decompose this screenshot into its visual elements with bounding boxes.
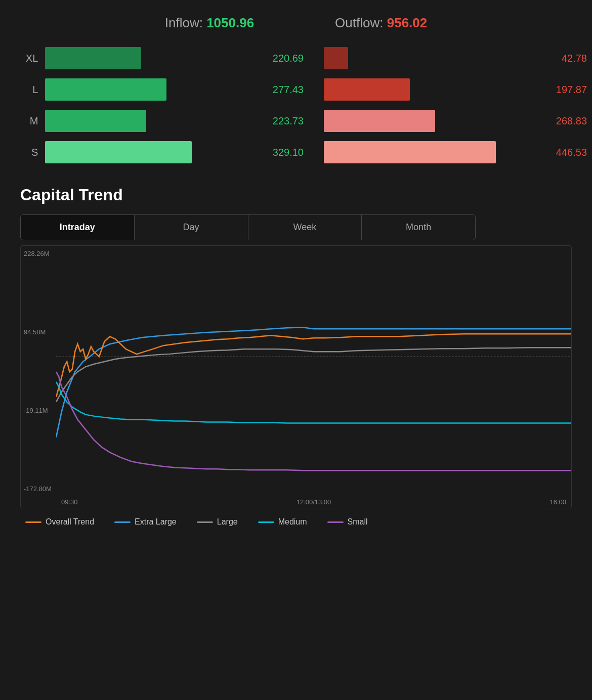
outflow-val-s: 446.53 [536, 147, 587, 158]
inflow-side-m: M223.73 [20, 110, 304, 132]
legend-label-small: Small [348, 517, 368, 527]
inflow-side-l: L277.43 [20, 78, 304, 101]
x-label-end: 16:00 [549, 498, 566, 506]
legend-line-overall-trend [25, 521, 41, 523]
inflow-bar-m [45, 110, 146, 132]
outflow-bar-s [324, 141, 496, 163]
flow-header: Inflow: 1050.96 Outflow: 956.02 [20, 15, 572, 31]
legend-item-medium: Medium [258, 517, 307, 527]
outflow-val-l: 197.87 [536, 84, 587, 96]
tab-bar: IntradayDayWeekMonth [20, 214, 476, 240]
legend-line-large [197, 521, 213, 523]
outflow-value: 956.02 [387, 15, 428, 30]
outflow-bar-xl [324, 47, 348, 69]
legend-item-small: Small [327, 517, 368, 527]
x-axis: 09:30 12:00/13:00 16:00 [56, 498, 571, 506]
outflow-side-s: 446.53 [324, 141, 587, 163]
bar-section: XL220.6942.78L277.43197.87M223.73268.83S… [20, 45, 572, 165]
size-label-m: M [20, 115, 45, 127]
bar-row-xl: XL220.6942.78 [20, 45, 572, 71]
medium-line [56, 382, 571, 423]
small-line [56, 372, 571, 470]
y-label-mid2: -19.11M [24, 407, 53, 414]
legend-line-medium [258, 521, 274, 523]
size-label-s: S [20, 147, 45, 158]
overall-trend-line [56, 334, 571, 397]
chart-area: 228.26M 94.58M -19.11M -172.80M [20, 245, 572, 508]
inflow-val-xl: 220.69 [254, 53, 304, 64]
chart-legend: Overall TrendExtra LargeLargeMediumSmall [20, 517, 572, 527]
large-line [56, 347, 571, 402]
outflow-summary: Outflow: 956.02 [335, 15, 427, 31]
size-label-xl: XL [20, 53, 45, 64]
extra-large-line [56, 327, 571, 437]
y-axis: 228.26M 94.58M -19.11M -172.80M [21, 246, 56, 508]
outflow-val-xl: 42.78 [536, 53, 587, 64]
inflow-value: 1050.96 [206, 15, 254, 30]
tab-month[interactable]: Month [362, 215, 475, 240]
y-label-mid1: 94.58M [24, 328, 53, 336]
legend-label-medium: Medium [278, 517, 307, 527]
bar-row-s: S329.10446.53 [20, 139, 572, 165]
inflow-summary: Inflow: 1050.96 [165, 15, 254, 31]
inflow-val-s: 329.10 [254, 147, 304, 158]
inflow-val-m: 223.73 [254, 115, 304, 127]
outflow-side-xl: 42.78 [324, 47, 587, 69]
inflow-bar-xl [45, 47, 141, 69]
outflow-bar-l [324, 78, 410, 101]
inflow-val-l: 277.43 [254, 84, 304, 96]
tab-intraday[interactable]: Intraday [21, 215, 135, 240]
inflow-side-xl: XL220.69 [20, 47, 304, 69]
legend-line-extra-large [114, 521, 131, 523]
outflow-val-m: 268.83 [536, 115, 587, 127]
inflow-bar-l [45, 78, 166, 101]
section-title: Capital Trend [20, 186, 572, 204]
legend-item-overall-trend: Overall Trend [25, 517, 94, 527]
x-label-mid: 12:00/13:00 [297, 498, 331, 506]
capital-trend-section: Capital Trend IntradayDayWeekMonth 228.2… [20, 186, 572, 527]
inflow-side-s: S329.10 [20, 141, 304, 163]
legend-label-extra-large: Extra Large [135, 517, 177, 527]
inflow-bar-s [45, 141, 192, 163]
bar-row-m: M223.73268.83 [20, 108, 572, 134]
x-label-start: 09:30 [61, 498, 78, 506]
y-label-bot: -172.80M [24, 485, 53, 493]
chart-svg-wrapper [56, 246, 571, 493]
outflow-bar-m [324, 110, 435, 132]
tab-week[interactable]: Week [248, 215, 362, 240]
outflow-side-l: 197.87 [324, 78, 587, 101]
legend-item-large: Large [197, 517, 238, 527]
legend-line-small [327, 521, 344, 523]
legend-label-large: Large [217, 517, 238, 527]
legend-item-extra-large: Extra Large [114, 517, 177, 527]
outflow-side-m: 268.83 [324, 110, 587, 132]
legend-label-overall-trend: Overall Trend [46, 517, 94, 527]
size-label-l: L [20, 84, 45, 96]
chart-svg [56, 246, 571, 493]
outflow-label: Outflow: [335, 15, 383, 30]
inflow-label: Inflow: [165, 15, 203, 30]
bar-row-l: L277.43197.87 [20, 76, 572, 103]
tab-day[interactable]: Day [135, 215, 248, 240]
y-label-top: 228.26M [24, 250, 53, 257]
